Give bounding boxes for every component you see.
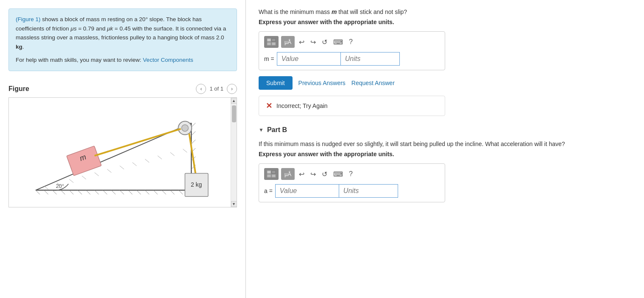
scroll-thumb[interactable]: [232, 105, 236, 122]
figure-svg: m 20° 2 kg: [9, 98, 231, 207]
part-b-redo-btn[interactable]: ↪: [309, 169, 318, 179]
figure-prev-btn[interactable]: ‹: [196, 84, 206, 94]
svg-rect-53: [272, 39, 276, 41]
part-b-template-btn[interactable]: [264, 168, 279, 180]
feedback-text: Incorrect; Try Again: [276, 102, 328, 109]
figure-link[interactable]: (Figure 1): [16, 16, 41, 22]
part-a-keyboard-btn[interactable]: ⌨: [332, 37, 345, 47]
mu-k: μk: [107, 25, 113, 32]
svg-rect-58: [267, 174, 271, 177]
figure-title: Figure: [8, 85, 29, 93]
part-a-feedback-box: ✕ Incorrect; Try Again: [259, 96, 445, 116]
svg-rect-59: [272, 174, 276, 177]
template-icon: [267, 38, 276, 46]
part-b-mu-icon: μÅ: [284, 171, 291, 177]
part-b-collapse-arrow: ▼: [259, 127, 264, 133]
figure-header: Figure ‹ 1 of 1 ›: [8, 84, 237, 94]
part-b-help-btn[interactable]: ?: [347, 169, 354, 179]
part-b-label: Part B: [267, 126, 287, 134]
figure-page: 1 of 1: [209, 86, 223, 92]
part-a-action-row: Submit Previous Answers Request Answer: [259, 76, 631, 90]
vector-components-link[interactable]: Vector Components: [143, 57, 193, 63]
part-a-value-input[interactable]: [277, 52, 340, 66]
part-b-header[interactable]: ▼ Part B: [259, 126, 631, 134]
help-prefix: For help with math skills, you may want …: [16, 57, 143, 63]
part-a-question: What is the minimum mass m that will sti…: [259, 8, 631, 15]
question-text-1: What is the minimum mass: [259, 8, 332, 15]
svg-text:20°: 20°: [56, 183, 64, 189]
part-b-input-row: a =: [264, 184, 440, 198]
part-a-var-label: m =: [264, 55, 274, 62]
svg-point-47: [181, 124, 188, 131]
svg-rect-57: [272, 171, 276, 174]
part-a-template-btn[interactable]: [264, 36, 279, 48]
scroll-down-arrow[interactable]: ▼: [231, 201, 237, 207]
part-b-template-icon: [267, 170, 276, 178]
part-a-prev-answers-link[interactable]: Previous Answers: [298, 80, 346, 86]
var-m: m: [332, 8, 337, 15]
part-a-symbol-btn[interactable]: μÅ: [281, 36, 295, 48]
part-b-content: If this minimum mass is nudged ever so s…: [259, 141, 631, 202]
right-panel: What is the minimum mass m that will sti…: [246, 0, 644, 298]
part-a-redo-btn[interactable]: ↪: [309, 37, 318, 47]
part-a-undo-btn[interactable]: ↩: [297, 37, 306, 47]
part-a-refresh-btn[interactable]: ↺: [320, 37, 329, 47]
part-a-section: What is the minimum mass m that will sti…: [259, 8, 631, 116]
question-text-2: that will stick and not slip?: [337, 8, 407, 15]
part-b-answer-box: μÅ ↩ ↪ ↺ ⌨ ? a =: [259, 163, 445, 202]
figure-container: m 20° 2 kg: [8, 97, 237, 207]
part-a-toolbar: μÅ ↩ ↪ ↺ ⌨ ?: [264, 36, 440, 48]
figure-svg-area: m 20° 2 kg: [9, 98, 231, 207]
svg-rect-56: [267, 171, 271, 174]
figure-nav: ‹ 1 of 1 ›: [196, 84, 237, 94]
part-a-units-input[interactable]: [340, 52, 400, 66]
express-answer-label: Express your answer with the appropriate…: [259, 19, 631, 25]
incorrect-icon: ✕: [266, 101, 272, 110]
part-b-units-input[interactable]: [339, 184, 398, 198]
kg-label: kg: [16, 44, 22, 50]
part-a-input-row: m =: [264, 52, 440, 66]
part-b-value-input[interactable]: [275, 184, 339, 198]
svg-rect-55: [272, 42, 276, 45]
mu-s: μs: [71, 25, 77, 32]
figure-section: Figure ‹ 1 of 1 ›: [8, 84, 237, 207]
problem-text-4: .: [22, 44, 24, 50]
figure-scrollbar[interactable]: ▲ ▼: [231, 98, 237, 207]
part-b-section: ▼ Part B If this minimum mass is nudged …: [259, 126, 631, 202]
part-b-symbol-btn[interactable]: μÅ: [281, 168, 295, 180]
part-b-keyboard-btn[interactable]: ⌨: [332, 169, 345, 179]
part-a-answer-box: μÅ ↩ ↪ ↺ ⌨ ? m =: [259, 31, 445, 70]
figure-next-btn[interactable]: ›: [227, 84, 237, 94]
scroll-up-arrow[interactable]: ▲: [231, 98, 237, 104]
part-b-express-label: Express your answer with the appropriate…: [259, 151, 631, 157]
part-a-help-btn[interactable]: ?: [347, 37, 354, 47]
problem-text-2: = 0.79 and: [77, 25, 107, 32]
svg-text:2 kg: 2 kg: [191, 181, 202, 188]
part-a-request-answer-link[interactable]: Request Answer: [351, 80, 395, 86]
part-b-toolbar: μÅ ↩ ↪ ↺ ⌨ ?: [264, 168, 440, 180]
svg-rect-52: [267, 39, 271, 41]
part-b-refresh-btn[interactable]: ↺: [320, 169, 329, 179]
part-b-var-label: a =: [264, 188, 273, 194]
left-panel: (Figure 1) shows a block of mass m resti…: [0, 0, 246, 298]
part-b-undo-btn[interactable]: ↩: [297, 169, 306, 179]
problem-description: (Figure 1) shows a block of mass m resti…: [8, 8, 237, 71]
part-a-submit-btn[interactable]: Submit: [259, 76, 293, 90]
mu-symbol-icon: μÅ: [284, 39, 291, 45]
svg-rect-54: [267, 42, 271, 45]
part-b-question: If this minimum mass is nudged ever so s…: [259, 141, 631, 147]
help-text: For help with math skills, you may want …: [16, 55, 230, 65]
